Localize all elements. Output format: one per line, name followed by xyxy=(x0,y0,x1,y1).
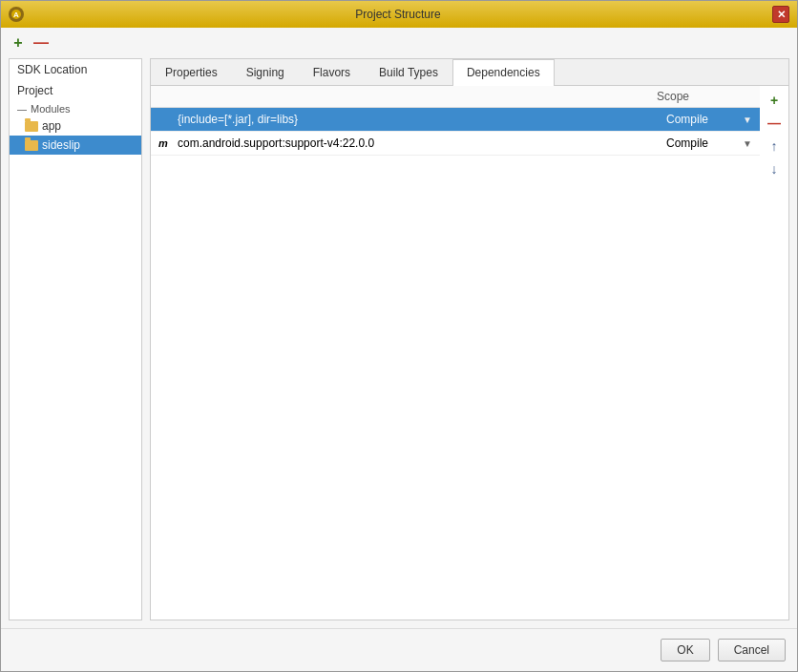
panel-with-sidebar: Scope {include=[*.jar], dir=libs} Compil… xyxy=(151,86,788,620)
scope-dropdown-jar[interactable]: Compile ▼ xyxy=(666,113,752,126)
scope-value-jar: Compile xyxy=(666,113,708,126)
dependencies-table: Scope {include=[*.jar], dir=libs} Compil… xyxy=(151,86,760,620)
sidebar-modules-label: Modules xyxy=(10,101,141,116)
tab-properties[interactable]: Properties xyxy=(151,59,232,85)
remove-button[interactable]: — xyxy=(32,33,51,52)
tab-dependencies[interactable]: Dependencies xyxy=(452,59,555,86)
row-icon-maven: m xyxy=(158,137,174,149)
tab-flavors[interactable]: Flavors xyxy=(299,59,365,85)
scope-value-maven: Compile xyxy=(666,136,708,150)
table-row[interactable]: {include=[*.jar], dir=libs} Compile ▼ xyxy=(151,108,760,132)
sidebar-item-app-label: app xyxy=(42,119,61,133)
table-row[interactable]: m com.android.support:support-v4:22.0.0 … xyxy=(151,132,760,156)
app-icon: A xyxy=(9,7,24,22)
sidebar-item-sideslip[interactable]: sideslip xyxy=(10,136,141,155)
project-structure-dialog: A Project Structure ✕ + — SDK Location P… xyxy=(0,0,798,672)
dep-up-button[interactable]: ↑ xyxy=(764,136,785,157)
dep-remove-button[interactable]: — xyxy=(764,113,785,134)
sidebar-item-project[interactable]: Project xyxy=(10,80,141,101)
row-name-maven: com.android.support:support-v4:22.0.0 xyxy=(178,136,666,150)
side-buttons: + — ↑ ↓ xyxy=(760,86,788,620)
scope-dropdown-maven[interactable]: Compile ▼ xyxy=(666,136,752,150)
main-content: SDK Location Project Modules app sidesli… xyxy=(1,58,797,628)
sidebar-item-sideslip-label: sideslip xyxy=(42,138,80,152)
footer: OK Cancel xyxy=(1,628,797,671)
cancel-button[interactable]: Cancel xyxy=(718,639,786,662)
tab-signing[interactable]: Signing xyxy=(232,59,299,85)
right-panel: Properties Signing Flavors Build Types D… xyxy=(150,58,789,620)
header-scope: Scope xyxy=(657,90,752,103)
add-button[interactable]: + xyxy=(9,33,28,52)
tabs: Properties Signing Flavors Build Types D… xyxy=(151,59,788,86)
toolbar: + — xyxy=(1,28,797,58)
svg-text:A: A xyxy=(13,10,19,19)
sidebar-item-sdk-location[interactable]: SDK Location xyxy=(10,59,141,80)
folder-icon-sideslip xyxy=(25,140,38,151)
sidebar: SDK Location Project Modules app sidesli… xyxy=(9,58,142,620)
dep-down-button[interactable]: ↓ xyxy=(764,158,785,179)
title-bar: A Project Structure ✕ xyxy=(1,1,797,28)
sidebar-item-app[interactable]: app xyxy=(10,116,141,136)
dropdown-arrow-maven: ▼ xyxy=(743,138,752,149)
ok-button[interactable]: OK xyxy=(661,639,709,662)
dropdown-arrow-jar: ▼ xyxy=(743,115,752,125)
window-title: Project Structure xyxy=(24,8,772,21)
header-name xyxy=(158,90,657,103)
tab-build-types[interactable]: Build Types xyxy=(365,59,452,85)
close-button[interactable]: ✕ xyxy=(772,6,789,23)
table-header: Scope xyxy=(151,86,760,108)
row-name-jar: {include=[*.jar], dir=libs} xyxy=(178,113,666,126)
dep-add-button[interactable]: + xyxy=(764,90,785,111)
folder-icon-app xyxy=(25,121,38,132)
